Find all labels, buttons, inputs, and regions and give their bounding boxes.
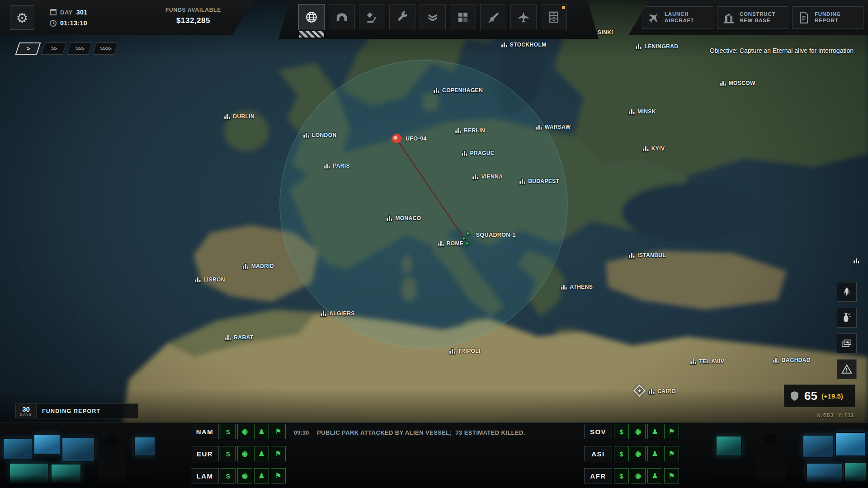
soldier-icon[interactable]: ♟ (647, 424, 662, 439)
soldier-icon[interactable]: ♟ (254, 446, 269, 461)
nav-research-icon[interactable] (359, 4, 385, 30)
geoscape-map[interactable]: STOCKHOLMHELSINKILENINGRADMOSCOWMINSKCOP… (0, 0, 868, 488)
launch-aircraft-button[interactable]: LAUNCHAIRCRAFT (642, 6, 713, 29)
eye-icon[interactable]: ◉ (631, 468, 646, 483)
eye-icon[interactable]: ◉ (237, 468, 252, 483)
ufo-marker[interactable]: UFO-94 (392, 134, 427, 143)
speed-chevrons: >> (51, 45, 57, 52)
city-label: WARSAW (545, 124, 571, 130)
city-label: BUDAPEST (528, 178, 559, 184)
eye-icon[interactable]: ◉ (237, 424, 252, 439)
time-value: 01:13:10 (60, 19, 87, 27)
eye-icon[interactable]: ◉ (237, 446, 252, 461)
time-speed-1-button[interactable]: > (15, 42, 41, 55)
speed-chevrons: >>>> (100, 45, 111, 52)
city-marker-budapest: BUDAPEST (519, 178, 559, 184)
flag-icon[interactable]: ⚑ (271, 468, 286, 483)
launch-aircraft-icon (647, 11, 660, 24)
settings-gear-icon[interactable]: ⚙ (10, 5, 34, 30)
eye-icon[interactable]: ◉ (631, 446, 646, 461)
city-marker-baghdad: BAGHDAD (773, 357, 811, 363)
funding-report-timer[interactable]: 30 DAYS FUNDING REPORT (15, 404, 138, 418)
nav-stores-icon[interactable] (541, 4, 567, 30)
region-panels-left: NAM$◉♟⚑EUR$◉♟⚑LAM$◉♟⚑ (191, 423, 288, 488)
soldier-icon[interactable]: ♟ (254, 424, 269, 439)
dollar-icon[interactable]: $ (614, 446, 629, 461)
dollar-icon[interactable]: $ (221, 424, 236, 439)
city-label: KYIV (651, 145, 665, 152)
city-label: DUBLIN (233, 113, 255, 120)
dollar-icon[interactable]: $ (221, 468, 236, 483)
funds-value: $132,285 (149, 16, 237, 25)
time-speed-2-button[interactable]: >> (41, 42, 67, 55)
region-code-nam[interactable]: NAM (191, 424, 219, 439)
funding-report-button[interactable]: FUNDINGREPORT (792, 6, 863, 29)
city-label: RABAT (234, 334, 253, 341)
city-label: ALGIERS (329, 310, 354, 317)
nav-base-icon[interactable] (329, 4, 355, 30)
flag-icon[interactable]: ⚑ (664, 446, 679, 461)
flag-icon[interactable]: ⚑ (271, 446, 286, 461)
city-marker-paris: PARIS (324, 163, 350, 169)
side-tools (837, 282, 857, 379)
nav-armory-icon[interactable] (450, 4, 476, 30)
region-code-lam[interactable]: LAM (191, 468, 219, 483)
time-speed-4-button[interactable]: >>>> (93, 42, 118, 55)
cursor-coordinates: X:663 Y:711 (816, 412, 854, 418)
city-marker-istanbul: ISTANBUL (628, 252, 666, 258)
nav-engineering-icon[interactable] (389, 4, 415, 30)
construct-base-button[interactable]: CONSTRUCTNEW BASE (717, 6, 788, 29)
city-marker-warsaw: WARSAW (536, 124, 571, 130)
city-label: VIENNA (481, 174, 503, 180)
city-label: MONACO (395, 215, 421, 221)
ordnance-button[interactable] (837, 308, 857, 328)
nav-weapons-icon[interactable] (480, 4, 506, 30)
geoscape-screen: STOCKHOLMHELSINKILENINGRADMOSCOWMINSKCOP… (0, 0, 868, 488)
monitor-screen (844, 462, 867, 482)
nav-soldiers-icon[interactable] (420, 4, 446, 30)
day-value: 301 (76, 9, 88, 16)
region-code-asi[interactable]: ASI (584, 446, 612, 461)
topbar-center-panel (278, 0, 599, 39)
operator-silhouette (96, 435, 127, 488)
city-label: COPENHAGEN (442, 87, 483, 94)
topbar-actions: LAUNCHAIRCRAFTCONSTRUCTNEW BASEFUNDINGRE… (642, 6, 863, 29)
flag-icon[interactable]: ⚑ (664, 468, 679, 483)
news-ticker: 09:30 PUBLIC PARK ATTACKED BY ALIEN VESS… (294, 429, 525, 436)
funds-cards-button[interactable] (837, 333, 857, 353)
action-label: LAUNCHAIRCRAFT (665, 11, 694, 24)
region-code-afr[interactable]: AFR (584, 468, 612, 483)
flag-icon[interactable]: ⚑ (664, 424, 679, 439)
nav-aircraft-icon[interactable] (510, 4, 537, 30)
days-counter: 30 DAYS (16, 404, 37, 418)
monitor-screen (134, 436, 156, 456)
time-speed-3-button[interactable]: >>> (67, 42, 93, 55)
monitor-screen (9, 463, 49, 484)
soldier-icon[interactable]: ♟ (254, 468, 269, 483)
dollar-icon[interactable]: $ (614, 424, 629, 439)
score-badge[interactable]: 65 (+19.5) (784, 385, 855, 407)
ufo-icon (392, 134, 402, 143)
city-marker-stockholm: STOCKHOLM (501, 42, 547, 48)
dollar-icon[interactable]: $ (221, 446, 236, 461)
nav-geoscape-icon[interactable] (298, 4, 325, 30)
city-label: LISBON (203, 277, 225, 283)
soldier-icon[interactable]: ♟ (647, 468, 662, 483)
region-code-sov[interactable]: SOV (584, 424, 612, 439)
city-marker-copenhagen: COPENHAGEN (433, 87, 483, 94)
alien-materials-button[interactable] (837, 282, 857, 302)
radar-coverage-circle (280, 60, 567, 347)
city-label: BAGHDAD (782, 357, 811, 363)
operator-console-right (712, 423, 868, 488)
time-controls: >>>>>>>>>> (17, 42, 116, 55)
flag-icon[interactable]: ⚑ (271, 424, 286, 439)
alert-button[interactable] (837, 359, 857, 379)
soldier-icon[interactable]: ♟ (647, 446, 662, 461)
dollar-icon[interactable]: $ (614, 468, 629, 483)
main-nav (298, 4, 567, 30)
city-marker-vienna: VIENNA (472, 174, 503, 180)
squadron-marker[interactable]: SQUADRON-1 (459, 231, 516, 248)
eye-icon[interactable]: ◉ (631, 424, 646, 439)
region-code-eur[interactable]: EUR (191, 446, 219, 461)
city-label: CAIRO (657, 388, 676, 394)
